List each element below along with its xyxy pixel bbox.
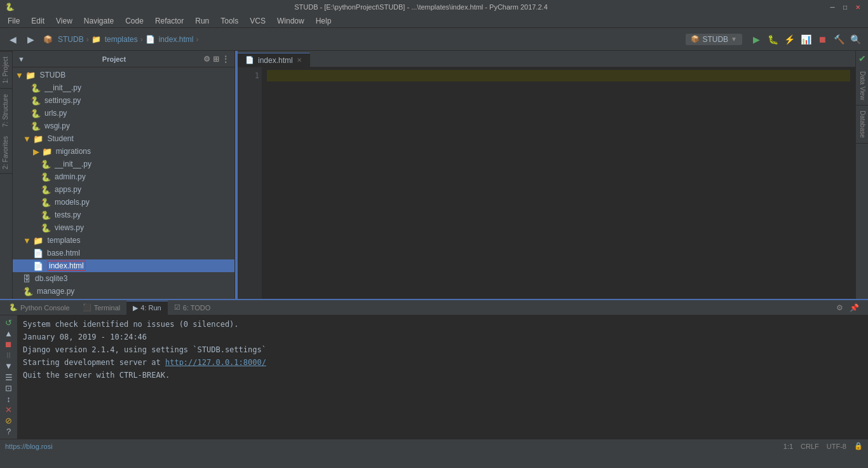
tree-label: STUDB	[39, 71, 65, 79]
tree-item-init-py-root[interactable]: 🐍 __init__.py	[13, 81, 234, 94]
menu-run[interactable]: Run	[190, 15, 214, 27]
run-close-btn[interactable]: ✕	[2, 405, 16, 415]
bottom-tab-terminal[interactable]: ⬛ Terminal	[76, 301, 127, 315]
minimize-button[interactable]: ─	[827, 2, 837, 12]
bottom-tab-python-console[interactable]: 🐍 Python Console	[3, 301, 76, 315]
coverage-button[interactable]: ⚡	[782, 32, 797, 47]
tree-item-student[interactable]: ▼ 📁 Student	[13, 132, 234, 145]
project-gear-icon[interactable]: ⋮	[222, 55, 229, 64]
tree-label: wsgi.py	[44, 121, 70, 130]
run-down-btn[interactable]: ▼	[2, 361, 16, 371]
project-collapse-icon[interactable]: ⊞	[213, 55, 219, 64]
run-stop-btn[interactable]: ⏹	[2, 340, 16, 349]
run-output-line-1: System check identified no issues (0 sil…	[23, 318, 863, 331]
breadcrumb-studb[interactable]: STUDB	[58, 35, 84, 44]
menu-file[interactable]: File	[3, 15, 25, 27]
menu-vcs[interactable]: VCS	[245, 15, 271, 27]
run-button[interactable]: ▶	[749, 32, 764, 47]
run-config-icon: 📦	[691, 35, 700, 43]
check-icon: ✔	[858, 53, 866, 64]
tree-label: manage.py	[37, 287, 74, 296]
tree-item-wsgi-py[interactable]: 🐍 wsgi.py	[13, 120, 234, 132]
tree-label: admin.py	[55, 172, 86, 181]
tree-item-manage-py[interactable]: 🐍 manage.py	[13, 285, 234, 298]
run-config-dropdown-icon[interactable]: ▼	[731, 36, 737, 43]
editor-area: 📄 index.html ✕ 1	[238, 51, 855, 299]
run-output: System check identified no issues (0 sil…	[18, 315, 868, 439]
debug-button[interactable]: 🐛	[765, 32, 780, 47]
tree-item-admin-py[interactable]: 🐍 admin.py	[13, 170, 234, 183]
toolbar-back-btn[interactable]: ◀	[5, 32, 20, 47]
html-icon: 📄	[33, 249, 43, 258]
breadcrumb-templates[interactable]: templates	[105, 35, 138, 44]
tree-item-index-html[interactable]: 📄 index.html	[13, 259, 234, 272]
tree-item-settings-py[interactable]: 🐍 settings.py	[13, 94, 234, 107]
line-ending: CRLF	[801, 443, 819, 450]
html-active-icon: 📄	[33, 261, 43, 271]
tree-item-apps-py[interactable]: 🐍 apps.py	[13, 183, 234, 196]
menu-tools[interactable]: Tools	[215, 15, 243, 27]
tree-label: urls.py	[44, 109, 67, 118]
run-help-btn[interactable]: ?	[2, 427, 16, 436]
project-settings-icon[interactable]: ⚙	[203, 55, 210, 64]
menu-navigate[interactable]: Navigate	[79, 15, 119, 27]
tree-item-views-py[interactable]: 🐍 views.py	[13, 221, 234, 234]
stop-button[interactable]: ⏹	[815, 32, 830, 47]
editor-tab-index-html[interactable]: 📄 index.html ✕	[238, 53, 310, 67]
menu-edit[interactable]: Edit	[26, 15, 50, 27]
py-icon: 🐍	[31, 109, 41, 118]
tree-label: __init__.py	[55, 160, 92, 169]
tree-item-tests-py[interactable]: 🐍 tests.py	[13, 209, 234, 221]
run-scroll-btn[interactable]: ↕	[2, 394, 16, 404]
folder-icon: ▼ 📁	[23, 236, 43, 245]
close-button[interactable]: ✕	[853, 2, 863, 12]
tree-item-urls-py[interactable]: 🐍 urls.py	[13, 107, 234, 120]
tree-item-migrations[interactable]: ▶ 📁 migrations	[13, 145, 234, 158]
build-button[interactable]: 🔨	[831, 32, 846, 47]
tree-item-ext-libs[interactable]: ▶ 📦 External Libraries	[13, 298, 234, 299]
profile-button[interactable]: 📊	[798, 32, 813, 47]
run-up-btn[interactable]: ▲	[2, 329, 16, 338]
code-area[interactable]	[262, 67, 855, 299]
bottom-pin-icon[interactable]: 📌	[847, 302, 862, 313]
tree-item-base-html[interactable]: 📄 base.html	[13, 247, 234, 259]
right-tab-dataview[interactable]: Data View	[856, 66, 868, 106]
tree-item-templates[interactable]: ▼ 📁 templates	[13, 234, 234, 247]
run-restart-btn[interactable]: ↺	[2, 318, 16, 327]
py-icon: 🐍	[23, 287, 33, 296]
sidebar-tab-project[interactable]: 1: Project	[0, 51, 12, 88]
search-button[interactable]: 🔍	[848, 32, 863, 47]
sidebar-tab-structure[interactable]: 7: Structure	[0, 88, 12, 132]
menu-refactor[interactable]: Refactor	[150, 15, 189, 27]
tree-item-studb[interactable]: ▼ 📁 STUDB	[13, 69, 234, 81]
tree-label: db.sqlite3	[35, 274, 67, 283]
menu-window[interactable]: Window	[272, 15, 309, 27]
db-icon: 🗄	[23, 274, 31, 284]
bottom-tab-run[interactable]: ▶ 4: Run	[126, 301, 167, 315]
sidebar-tab-favorites[interactable]: 2: Favorites	[0, 132, 12, 174]
run-settings-btn[interactable]: ☰	[2, 372, 16, 382]
menu-code[interactable]: Code	[120, 15, 149, 27]
bottom-tab-todo[interactable]: ☑ 6: TODO	[168, 301, 217, 315]
todo-label: 6: TODO	[183, 304, 211, 312]
bottom-settings-icon[interactable]: ⚙	[834, 302, 846, 313]
tree-item-models-py[interactable]: 🐍 models.py	[13, 196, 234, 209]
tree-item-init-py-student[interactable]: 🐍 __init__.py	[13, 158, 234, 170]
menu-view[interactable]: View	[51, 15, 78, 27]
run-pause-btn[interactable]: ⏸	[2, 350, 16, 360]
line-numbers: 1	[238, 67, 262, 299]
run-filter-btn[interactable]: ⊡	[2, 383, 16, 393]
run-server-url[interactable]: http://127.0.0.1:8000/	[165, 358, 266, 367]
menu-help[interactable]: Help	[311, 15, 337, 27]
tree-item-db-sqlite3[interactable]: 🗄 db.sqlite3	[13, 272, 234, 285]
maximize-button[interactable]: □	[840, 2, 850, 12]
bottom-tabs: 🐍 Python Console ⬛ Terminal ▶ 4: Run ☑ 6…	[0, 300, 868, 315]
breadcrumb-indexhtml[interactable]: index.html	[159, 35, 194, 44]
tab-close-btn[interactable]: ✕	[297, 57, 302, 64]
terminal-icon: ⬛	[83, 303, 92, 312]
toolbar-forward-btn[interactable]: ▶	[23, 32, 38, 47]
status-left: https://blog.rosi	[5, 443, 53, 450]
run-clear-btn[interactable]: ⊘	[2, 416, 16, 425]
terminal-label: Terminal	[94, 304, 121, 312]
right-tab-database[interactable]: Database	[856, 106, 868, 144]
